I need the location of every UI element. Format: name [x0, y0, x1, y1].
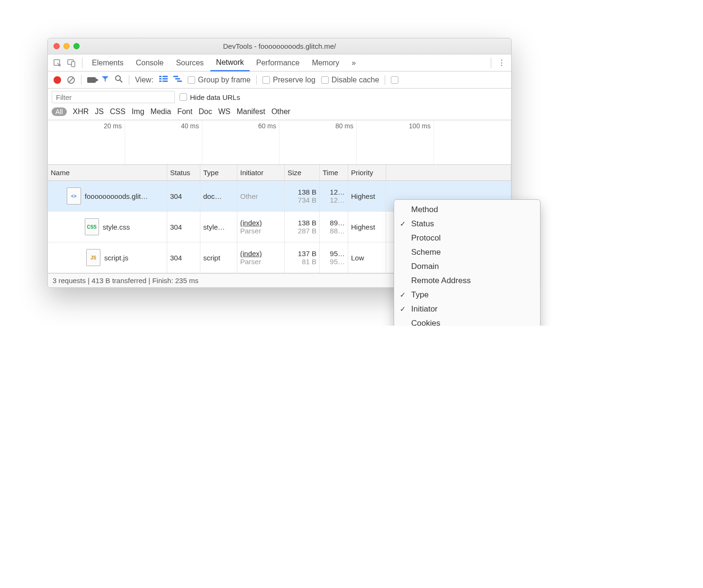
separator: [256, 75, 257, 85]
svg-line-4: [69, 78, 73, 82]
type-filter-css[interactable]: CSS: [110, 107, 126, 116]
cell-status: 304: [167, 181, 200, 211]
menu-item-remote-address[interactable]: Remote Address: [394, 274, 540, 288]
group-by-frame-checkbox[interactable]: Group by frame: [188, 76, 251, 84]
menu-item-initiator[interactable]: ✓Initiator: [394, 302, 540, 316]
col-time[interactable]: Time: [320, 165, 348, 180]
filter-toggle-icon[interactable]: [101, 75, 109, 85]
type-filter-xhr[interactable]: XHR: [73, 107, 89, 116]
col-name[interactable]: Name: [48, 165, 167, 180]
cell-priority: Highest: [348, 212, 386, 242]
file-name: style.css: [103, 223, 130, 231]
device-toggle-icon[interactable]: [65, 56, 78, 70]
preserve-log-label: Preserve log: [273, 76, 315, 84]
checkbox-icon[interactable]: [391, 76, 398, 84]
file-name: fooooooooods.glit…: [85, 192, 148, 200]
svg-rect-8: [162, 76, 168, 77]
cell-priority: Low: [348, 242, 386, 273]
type-filter-manifest[interactable]: Manifest: [236, 107, 265, 116]
menu-item-label: Protocol: [411, 233, 441, 243]
file-type-icon: CSS: [85, 218, 99, 235]
type-filter-media[interactable]: Media: [151, 107, 171, 116]
tab-console[interactable]: Console: [130, 54, 170, 71]
window-titlebar: DevTools - fooooooooods.glitch.me/: [48, 38, 511, 54]
check-icon: ✓: [400, 291, 406, 299]
cell-size: 137 B81 B: [285, 242, 320, 273]
type-filter-all[interactable]: All: [52, 107, 67, 116]
tab-elements[interactable]: Elements: [86, 54, 129, 71]
screenshot-capture-icon[interactable]: [87, 77, 96, 83]
separator: [491, 58, 491, 68]
tab-sources[interactable]: Sources: [170, 54, 209, 71]
col-priority[interactable]: Priority: [348, 165, 386, 180]
type-filter-ws[interactable]: WS: [218, 107, 231, 116]
svg-rect-2: [72, 62, 75, 67]
menu-item-protocol[interactable]: Protocol: [394, 231, 540, 245]
type-filter-font[interactable]: Font: [177, 107, 192, 116]
cell-initiator: (index)Parser: [237, 242, 285, 273]
inspect-element-icon[interactable]: [51, 56, 64, 70]
svg-rect-9: [159, 78, 162, 80]
menu-item-method[interactable]: Method: [394, 203, 540, 217]
cell-priority: Highest: [348, 181, 386, 211]
main-toolbar: Elements Console Sources Network Perform…: [48, 54, 511, 71]
col-size[interactable]: Size: [285, 165, 320, 180]
tab-network[interactable]: Network: [210, 54, 250, 71]
cell-name: CSS style.css: [48, 212, 167, 242]
col-initiator[interactable]: Initiator: [237, 165, 285, 180]
col-type[interactable]: Type: [200, 165, 237, 180]
record-button-icon[interactable]: [54, 76, 61, 84]
cell-time: 95…95…: [320, 242, 348, 273]
status-summary: 3 requests | 413 B transferred | Finish:…: [53, 276, 198, 285]
search-icon[interactable]: [115, 75, 123, 85]
col-status[interactable]: Status: [167, 165, 200, 180]
cell-name: <> fooooooooods.glit…: [48, 181, 167, 211]
svg-point-5: [116, 76, 120, 80]
menu-item-label: Method: [411, 205, 438, 214]
cell-time: 89…88…: [320, 212, 348, 242]
type-filter-img[interactable]: Img: [132, 107, 144, 116]
cell-initiator: Other: [237, 181, 285, 211]
clear-button-icon[interactable]: [67, 76, 75, 84]
menu-item-label: Initiator: [411, 304, 438, 314]
cell-size: 138 B734 B: [285, 181, 320, 211]
waterfall-view-icon[interactable]: [173, 76, 182, 84]
tab-memory[interactable]: Memory: [306, 54, 345, 71]
cell-status: 304: [167, 212, 200, 242]
disable-cache-checkbox[interactable]: Disable cache: [321, 76, 379, 84]
kebab-menu-icon[interactable]: ⋮: [495, 56, 508, 70]
disable-cache-label: Disable cache: [332, 76, 379, 84]
menu-item-label: Scheme: [411, 248, 441, 257]
view-label: View:: [135, 76, 153, 84]
checkbox-icon: [188, 76, 195, 84]
hide-data-urls-checkbox[interactable]: Hide data URLs: [180, 93, 240, 101]
svg-line-6: [120, 80, 122, 82]
cell-status: 304: [167, 242, 200, 273]
separator: [129, 75, 129, 85]
column-context-menu: Method✓StatusProtocolSchemeDomainRemote …: [394, 199, 541, 326]
filter-input[interactable]: [52, 91, 175, 103]
menu-item-cookies[interactable]: Cookies: [394, 316, 540, 326]
type-filter-row: All XHR JS CSS Img Media Font Doc WS Man…: [48, 106, 511, 120]
check-icon: ✓: [400, 220, 406, 228]
type-filter-other[interactable]: Other: [271, 107, 290, 116]
menu-item-domain[interactable]: Domain: [394, 259, 540, 274]
menu-item-type[interactable]: ✓Type: [394, 288, 540, 302]
checkbox-icon: [321, 76, 329, 84]
tab-performance[interactable]: Performance: [251, 54, 306, 71]
type-filter-doc[interactable]: Doc: [198, 107, 212, 116]
cell-size: 138 B287 B: [285, 212, 320, 242]
menu-item-label: Domain: [411, 262, 439, 271]
large-rows-icon[interactable]: [159, 76, 168, 84]
network-toolbar: View: Group by frame Preserve log Disabl…: [48, 71, 511, 89]
window-title: DevTools - fooooooooods.glitch.me/: [48, 42, 511, 50]
timeline-tick: 80 ms: [279, 120, 357, 164]
more-tabs-icon[interactable]: »: [346, 54, 361, 71]
timeline-tick: 20 ms: [48, 120, 125, 164]
type-filter-js[interactable]: JS: [95, 107, 104, 116]
menu-item-status[interactable]: ✓Status: [394, 217, 540, 231]
preserve-log-checkbox[interactable]: Preserve log: [262, 76, 315, 84]
cell-initiator: (index)Parser: [237, 212, 285, 242]
menu-item-scheme[interactable]: Scheme: [394, 245, 540, 259]
timeline-overview[interactable]: 20 ms 40 ms 60 ms 80 ms 100 ms: [48, 120, 511, 165]
